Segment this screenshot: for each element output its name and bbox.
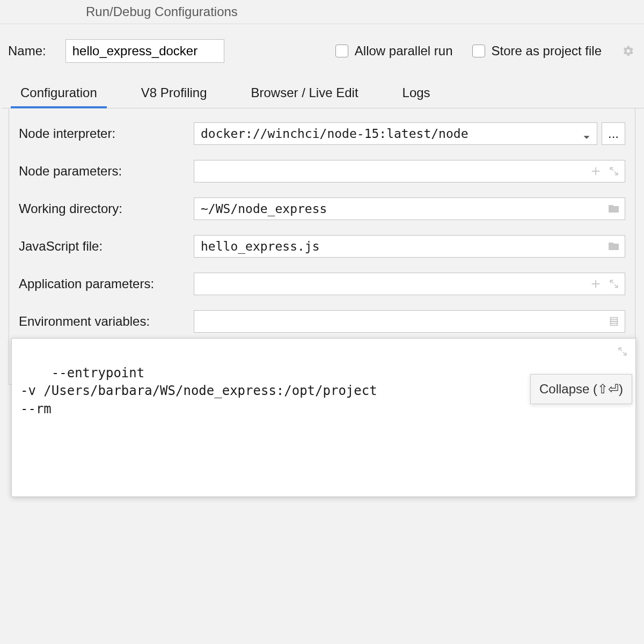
- application-parameters-input[interactable]: [194, 273, 625, 295]
- gear-icon[interactable]: [621, 43, 636, 58]
- allow-parallel-run-option[interactable]: Allow parallel run: [335, 43, 453, 58]
- application-parameters-row: Application parameters:: [19, 273, 625, 295]
- application-parameters-label: Application parameters:: [19, 276, 194, 291]
- tab-logs[interactable]: Logs: [393, 78, 440, 108]
- javascript-file-input[interactable]: hello_express.js: [194, 235, 625, 258]
- node-parameters-row: Node parameters:: [19, 160, 625, 182]
- node-parameters-label: Node parameters:: [19, 164, 194, 179]
- collapse-icon[interactable]: [615, 344, 630, 359]
- environment-variables-input[interactable]: [194, 310, 625, 333]
- node-interpreter-input[interactable]: docker://winchci/node-15:latest/node: [194, 122, 597, 145]
- node-interpreter-label: Node interpreter:: [19, 126, 194, 141]
- javascript-file-label: JavaScript file:: [19, 239, 194, 254]
- node-parameters-input[interactable]: [194, 160, 625, 182]
- dialog-title: Run/Debug Configurations: [0, 0, 644, 24]
- name-input[interactable]: [65, 39, 224, 63]
- collapse-tooltip: Collapse (⇧⏎): [530, 374, 632, 404]
- checkbox[interactable]: [335, 45, 348, 57]
- allow-parallel-label: Allow parallel run: [355, 43, 453, 58]
- list-icon[interactable]: [606, 314, 621, 329]
- chevron-down-icon[interactable]: [583, 130, 590, 137]
- plus-icon[interactable]: [588, 164, 603, 179]
- browse-button[interactable]: ...: [602, 122, 625, 145]
- tab-configuration[interactable]: Configuration: [11, 78, 107, 108]
- environment-variables-row: Environment variables:: [19, 310, 625, 333]
- environment-variables-label: Environment variables:: [19, 314, 194, 329]
- name-label: Name:: [8, 43, 46, 58]
- tab-browser-live-edit[interactable]: Browser / Live Edit: [241, 78, 368, 108]
- folder-icon[interactable]: [606, 239, 621, 254]
- store-as-project-file-option[interactable]: Store as project file: [472, 43, 602, 58]
- working-directory-input[interactable]: ~/WS/node_express: [194, 197, 625, 220]
- expand-icon[interactable]: [606, 164, 621, 179]
- store-project-file-label: Store as project file: [492, 43, 602, 58]
- tab-v8-profiling[interactable]: V8 Profiling: [131, 78, 217, 108]
- plus-icon[interactable]: [588, 276, 603, 291]
- working-directory-label: Working directory:: [19, 201, 194, 216]
- javascript-file-row: JavaScript file: hello_express.js: [19, 235, 625, 258]
- top-section: Name: Allow parallel run Store as projec…: [0, 24, 644, 78]
- checkbox[interactable]: [472, 45, 485, 57]
- node-interpreter-row: Node interpreter: docker://winchci/node-…: [19, 122, 625, 145]
- expand-icon[interactable]: [606, 276, 621, 291]
- configuration-panel: Node interpreter: docker://winchci/node-…: [9, 108, 635, 385]
- working-directory-row: Working directory: ~/WS/node_express: [19, 197, 625, 220]
- expanded-textarea-popup[interactable]: --entrypoint -v /Users/barbara/WS/node_e…: [11, 338, 636, 497]
- folder-icon[interactable]: [606, 201, 621, 216]
- tabs: Configuration V8 Profiling Browser / Liv…: [2, 78, 644, 108]
- expanded-text[interactable]: --entrypoint -v /Users/barbara/WS/node_e…: [20, 365, 377, 416]
